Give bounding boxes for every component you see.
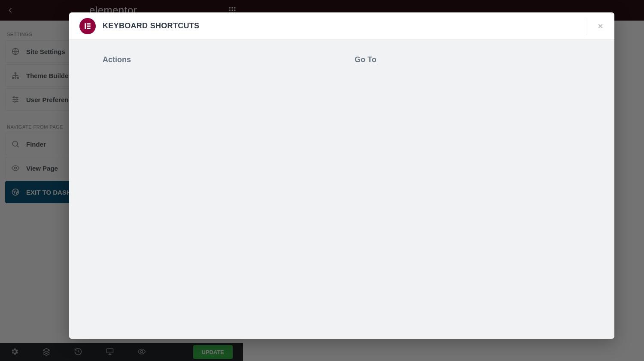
svg-rect-24 (87, 25, 91, 27)
svg-rect-23 (87, 23, 91, 24)
elementor-logo-icon (79, 18, 96, 34)
column-header-goto: Go To (342, 40, 614, 75)
close-icon (597, 22, 604, 30)
svg-rect-22 (85, 23, 86, 29)
column-header-actions: Actions (69, 40, 342, 75)
modal-close-button[interactable] (587, 18, 604, 35)
keyboard-shortcuts-modal: KEYBOARD SHORTCUTS Actions Go To UndoCmd… (69, 12, 614, 339)
modal-title: KEYBOARD SHORTCUTS (103, 21, 199, 30)
svg-rect-25 (87, 27, 91, 29)
modal-body: Actions Go To UndoCmd+ZRedoCmd+Shift+ZCo… (69, 40, 614, 339)
modal-header: KEYBOARD SHORTCUTS (69, 12, 614, 40)
